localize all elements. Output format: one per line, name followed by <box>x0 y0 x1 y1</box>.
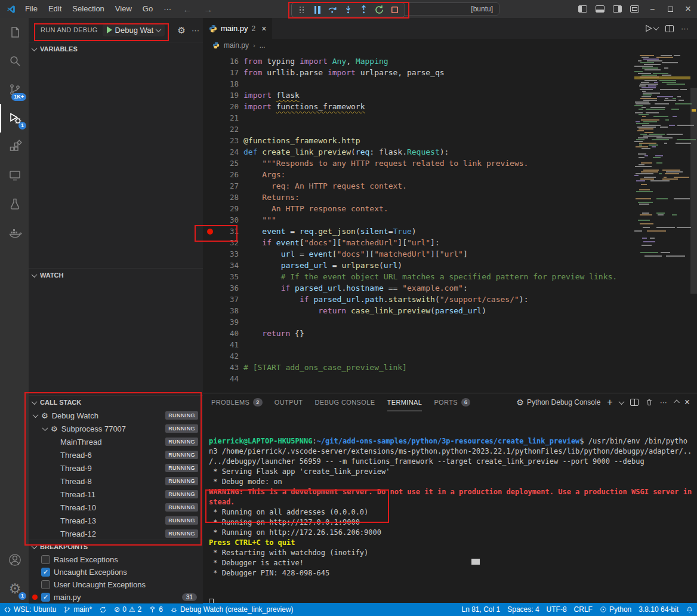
tab-main-py[interactable]: main.py 2 × <box>203 18 272 39</box>
encoding[interactable]: UTF-8 <box>543 603 570 616</box>
docker-icon[interactable] <box>0 218 29 247</box>
breakpoint-checkbox[interactable] <box>41 568 50 577</box>
breakpoint-item[interactable]: User Uncaught Exceptions <box>29 578 203 591</box>
gutter[interactable]: 33 <box>203 248 239 260</box>
gutter[interactable]: 38 <box>203 305 239 316</box>
accounts-icon[interactable] <box>0 546 29 574</box>
variables-section-header[interactable]: VARIABLES <box>29 42 203 56</box>
toggle-sidebar-icon[interactable] <box>578 5 587 13</box>
gutter[interactable]: 28 <box>203 192 239 203</box>
gutter[interactable]: 35 <box>203 271 239 282</box>
split-editor-icon[interactable] <box>665 25 674 32</box>
gutter[interactable]: 18 <box>203 78 239 90</box>
sync-indicator[interactable] <box>95 603 110 616</box>
toggle-secondary-sidebar-icon[interactable] <box>613 5 622 13</box>
explorer-icon[interactable] <box>0 18 29 47</box>
extensions-icon[interactable] <box>0 133 29 161</box>
callstack-item[interactable]: Thread-11RUNNING <box>29 488 203 501</box>
customize-layout-icon[interactable] <box>630 5 639 13</box>
code-line[interactable]: 26 Args: <box>203 169 697 180</box>
breakpoint-gutter[interactable] <box>203 229 217 235</box>
step-into-icon[interactable] <box>341 4 356 17</box>
code-line[interactable]: 22 <box>203 124 697 135</box>
panel-tab-output[interactable]: OUTPUT <box>275 393 303 411</box>
debug-status[interactable]: Debug Watch (create_link_preview) <box>166 603 297 616</box>
callstack-item[interactable]: Thread-12RUNNING <box>29 527 203 540</box>
remote-explorer-icon[interactable] <box>0 161 29 190</box>
notifications-bell-icon[interactable] <box>682 603 697 616</box>
gutter[interactable]: 32 <box>203 237 239 248</box>
problems-indicator[interactable]: ⊘ 0 ⚠ 2 <box>110 603 145 616</box>
code-line[interactable]: 24def create_link_preview(req: flask.Req… <box>203 146 697 158</box>
gutter[interactable]: 26 <box>203 169 239 180</box>
gutter[interactable]: 34 <box>203 260 239 271</box>
code-line[interactable]: 16from typing import Any, Mapping <box>203 56 697 67</box>
step-out-icon[interactable] <box>356 4 371 17</box>
watch-section-header[interactable]: WATCH <box>29 269 203 282</box>
python-interpreter[interactable]: 3.8.10 64-bit <box>635 603 682 616</box>
code-line[interactable]: 34 parsed_url = urlparse(url) <box>203 260 697 271</box>
step-over-icon[interactable] <box>325 4 340 17</box>
callstack-item[interactable]: Thread-13RUNNING <box>29 514 203 527</box>
pause-icon[interactable] <box>310 4 325 17</box>
menu-go[interactable]: Go <box>137 0 158 18</box>
editor-more-actions-icon[interactable]: ··· <box>681 24 689 33</box>
panel-tab-ports[interactable]: PORTS6 <box>434 393 470 411</box>
maximize-panel-icon[interactable] <box>674 399 680 405</box>
gutter[interactable]: 19 <box>203 90 239 101</box>
code-line[interactable]: 23@functions_framework.http <box>203 135 697 146</box>
callstack-item[interactable]: Thread-8RUNNING <box>29 475 203 488</box>
gutter[interactable]: 36 <box>203 282 239 294</box>
editor-scrollbar[interactable] <box>690 52 697 393</box>
gutter[interactable]: 42 <box>203 350 239 362</box>
breakpoint-item[interactable]: main.py31 <box>29 591 203 603</box>
gutter[interactable]: 23 <box>203 135 239 146</box>
code-line[interactable]: 31 event = req.get_json(silent=True) <box>203 226 697 237</box>
code-line[interactable]: 30 """ <box>203 214 697 226</box>
panel-tab-debug-console[interactable]: DEBUG CONSOLE <box>314 393 375 411</box>
gutter[interactable]: 22 <box>203 124 239 135</box>
code-line[interactable]: 27 req: An HTTP request context. <box>203 180 697 192</box>
code-line[interactable]: 25 """Responds to any HTTP request relat… <box>203 158 697 169</box>
code-line[interactable]: 40 return {} <box>203 328 697 339</box>
chevron-down-icon[interactable] <box>618 399 624 405</box>
kill-terminal-icon[interactable] <box>645 398 653 406</box>
search-icon[interactable] <box>0 47 29 75</box>
menu-view[interactable]: View <box>110 0 137 18</box>
run-and-debug-icon[interactable]: 1 <box>0 104 29 133</box>
callstack-item[interactable]: Thread-10RUNNING <box>29 501 203 514</box>
gutter[interactable]: 16 <box>203 56 239 67</box>
callstack-item[interactable]: MainThreadRUNNING <box>29 435 203 448</box>
git-branch-indicator[interactable]: main* <box>60 603 95 616</box>
menu-edit[interactable]: Edit <box>43 0 67 18</box>
minimize-button[interactable]: − <box>643 0 661 18</box>
eol-sequence[interactable]: CRLF <box>570 603 596 616</box>
gutter[interactable]: 21 <box>203 112 239 124</box>
source-control-icon[interactable]: 1K+ <box>0 75 29 104</box>
maximize-button[interactable] <box>661 0 679 18</box>
gutter[interactable]: 39 <box>203 316 239 328</box>
start-debug-icon[interactable] <box>107 26 112 33</box>
restart-icon[interactable] <box>372 4 387 17</box>
navigate-back-icon[interactable]: ← <box>183 4 192 14</box>
gutter[interactable]: 40 <box>203 328 239 339</box>
terminal-scrollbar-thumb[interactable] <box>471 559 480 565</box>
breakpoint-item[interactable]: Uncaught Exceptions <box>29 566 203 578</box>
code-line[interactable]: 21 <box>203 112 697 124</box>
code-line[interactable]: 29 An HTTP response context. <box>203 203 697 214</box>
scrollbar-thumb[interactable] <box>690 88 697 294</box>
code-editor[interactable]: 16from typing import Any, Mapping17from … <box>203 52 697 393</box>
callstack-item[interactable]: Thread-9RUNNING <box>29 461 203 475</box>
code-line[interactable]: 28 Returns: <box>203 192 697 203</box>
callstack-item[interactable]: Thread-6RUNNING <box>29 448 203 461</box>
terminal-shell-selector[interactable]: ⚙ Python Debug Console <box>516 398 600 406</box>
new-terminal-icon[interactable]: + <box>607 397 612 408</box>
code-line[interactable]: 33 url = event["docs"]["matchedUrl"]["ur… <box>203 248 697 260</box>
breadcrumb[interactable]: main.py › ... <box>203 39 697 52</box>
breakpoints-section-header[interactable]: BREAKPOINTS <box>29 540 203 553</box>
debug-toolbar-grip[interactable] <box>294 4 309 17</box>
gutter[interactable]: 25 <box>203 158 239 169</box>
panel-tab-terminal[interactable]: TERMINAL <box>387 393 422 411</box>
indentation[interactable]: Spaces: 4 <box>504 603 542 616</box>
code-line[interactable]: 17from urllib.parse import urlparse, par… <box>203 67 697 78</box>
